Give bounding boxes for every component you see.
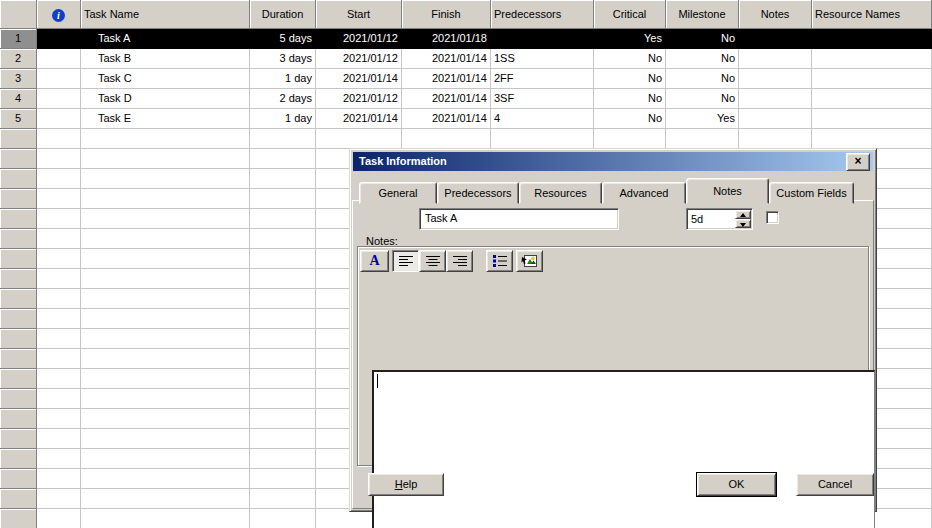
- row-header[interactable]: 4: [0, 89, 37, 109]
- cell-duration[interactable]: [250, 129, 316, 149]
- row-header[interactable]: [0, 249, 37, 269]
- cell-resource[interactable]: [812, 89, 932, 109]
- cell-name[interactable]: Task E: [81, 109, 250, 129]
- cell-name[interactable]: [81, 229, 250, 249]
- select-all-corner[interactable]: [0, 0, 37, 29]
- cell-duration[interactable]: [250, 449, 316, 469]
- row-header[interactable]: [0, 349, 37, 369]
- cell-predecessors[interactable]: 1SS: [491, 49, 594, 69]
- row-header[interactable]: 3: [0, 69, 37, 89]
- column-header-resource[interactable]: Resource Names: [812, 0, 932, 29]
- cell-name[interactable]: [81, 149, 250, 169]
- cell-info[interactable]: [37, 89, 81, 109]
- cell-name[interactable]: [81, 509, 250, 528]
- cell-duration[interactable]: [250, 369, 316, 389]
- cell-finish[interactable]: 2021/01/14: [402, 89, 491, 109]
- row-header[interactable]: 1: [0, 29, 37, 49]
- cell-duration[interactable]: [250, 169, 316, 189]
- cell-duration[interactable]: [250, 409, 316, 429]
- insert-object-button[interactable]: [516, 250, 543, 272]
- row-header[interactable]: 5: [0, 109, 37, 129]
- align-left-button[interactable]: [392, 250, 419, 272]
- cell-milestone[interactable]: No: [666, 49, 739, 69]
- format-font-button[interactable]: A: [360, 250, 389, 272]
- row-header[interactable]: [0, 409, 37, 429]
- cell-predecessors[interactable]: 3SF: [491, 89, 594, 109]
- cell-start[interactable]: 2021/01/12: [316, 89, 402, 109]
- cell-info[interactable]: [37, 509, 81, 528]
- cell-start[interactable]: 2021/01/14: [316, 69, 402, 89]
- cell-info[interactable]: [37, 389, 81, 409]
- row-header[interactable]: [0, 289, 37, 309]
- cell-info[interactable]: [37, 369, 81, 389]
- cell-name[interactable]: [81, 209, 250, 229]
- cell-info[interactable]: [37, 269, 81, 289]
- row-header[interactable]: [0, 209, 37, 229]
- cell-start[interactable]: 2021/01/14: [316, 109, 402, 129]
- cell-resource[interactable]: [812, 49, 932, 69]
- cancel-button[interactable]: Cancel: [796, 473, 874, 496]
- row-header[interactable]: [0, 129, 37, 149]
- cell-info[interactable]: [37, 229, 81, 249]
- cell-finish[interactable]: 2021/01/14: [402, 69, 491, 89]
- cell-milestone[interactable]: No: [666, 89, 739, 109]
- cell-duration[interactable]: [250, 189, 316, 209]
- cell-milestone[interactable]: No: [666, 69, 739, 89]
- row-header[interactable]: [0, 429, 37, 449]
- tab-advanced[interactable]: Advanced: [602, 182, 686, 204]
- cell-info[interactable]: [37, 289, 81, 309]
- cell-info[interactable]: [37, 109, 81, 129]
- notes-textarea[interactable]: [372, 370, 875, 528]
- row-header[interactable]: 2: [0, 49, 37, 69]
- cell-finish[interactable]: [402, 129, 491, 149]
- column-header-start[interactable]: Start: [316, 0, 402, 29]
- column-header-finish[interactable]: Finish: [402, 0, 491, 29]
- cell-predecessors[interactable]: [491, 29, 594, 49]
- row-header[interactable]: [0, 469, 37, 489]
- cell-duration[interactable]: [250, 389, 316, 409]
- cell-name[interactable]: Task C: [81, 69, 250, 89]
- cell-resource[interactable]: [812, 29, 932, 49]
- cell-critical[interactable]: Yes: [594, 29, 666, 49]
- close-button[interactable]: ×: [846, 153, 870, 171]
- row-header[interactable]: [0, 169, 37, 189]
- help-button[interactable]: Help: [368, 473, 444, 496]
- column-header-predecessors[interactable]: Predecessors: [491, 0, 594, 29]
- column-header-notes[interactable]: Notes: [739, 0, 812, 29]
- column-header-critical[interactable]: Critical: [594, 0, 666, 29]
- cell-info[interactable]: [37, 49, 81, 69]
- cell-info[interactable]: [37, 329, 81, 349]
- cell-name[interactable]: [81, 129, 250, 149]
- cell-info[interactable]: [37, 29, 81, 49]
- cell-duration[interactable]: 5 days: [250, 29, 316, 49]
- column-header-name[interactable]: Task Name: [81, 0, 250, 29]
- cell-duration[interactable]: 3 days: [250, 49, 316, 69]
- cell-duration[interactable]: [250, 429, 316, 449]
- cell-start[interactable]: 2021/01/12: [316, 49, 402, 69]
- column-header-duration[interactable]: Duration: [250, 0, 316, 29]
- cell-duration[interactable]: [250, 149, 316, 169]
- cell-info[interactable]: [37, 189, 81, 209]
- row-header[interactable]: [0, 189, 37, 209]
- cell-duration[interactable]: [250, 289, 316, 309]
- cell-duration[interactable]: [250, 469, 316, 489]
- cell-duration[interactable]: [250, 209, 316, 229]
- row-header[interactable]: [0, 229, 37, 249]
- duration-spinner[interactable]: 5d: [686, 208, 753, 230]
- cell-info[interactable]: [37, 409, 81, 429]
- cell-duration[interactable]: [250, 269, 316, 289]
- cell-critical[interactable]: No: [594, 109, 666, 129]
- cell-name[interactable]: [81, 169, 250, 189]
- cell-name[interactable]: [81, 489, 250, 509]
- cell-resource[interactable]: [812, 109, 932, 129]
- cell-name[interactable]: [81, 249, 250, 269]
- cell-finish[interactable]: 2021/01/18: [402, 29, 491, 49]
- cell-info[interactable]: [37, 209, 81, 229]
- cell-name[interactable]: [81, 429, 250, 449]
- bulleted-list-button[interactable]: [486, 250, 513, 272]
- row-header[interactable]: [0, 269, 37, 289]
- cell-name[interactable]: [81, 389, 250, 409]
- cell-start[interactable]: [316, 129, 402, 149]
- cell-info[interactable]: [37, 249, 81, 269]
- cell-info[interactable]: [37, 489, 81, 509]
